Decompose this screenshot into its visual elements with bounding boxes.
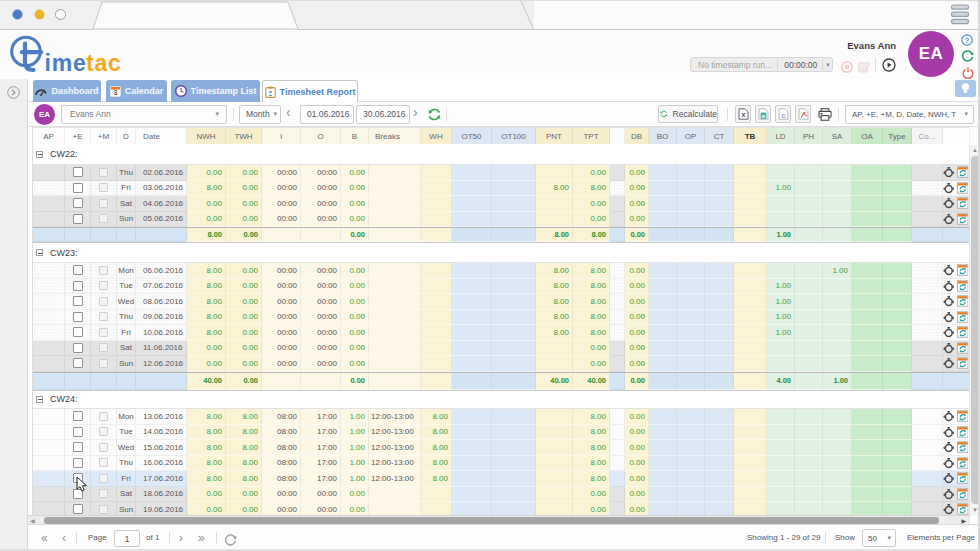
svg-text:tac: tac [86, 50, 122, 76]
svg-text:c: c [781, 111, 785, 120]
svg-text:?: ? [965, 36, 970, 45]
svg-text:3: 3 [113, 89, 117, 96]
svg-text:x: x [741, 111, 745, 118]
svg-text:ime: ime [45, 50, 87, 76]
